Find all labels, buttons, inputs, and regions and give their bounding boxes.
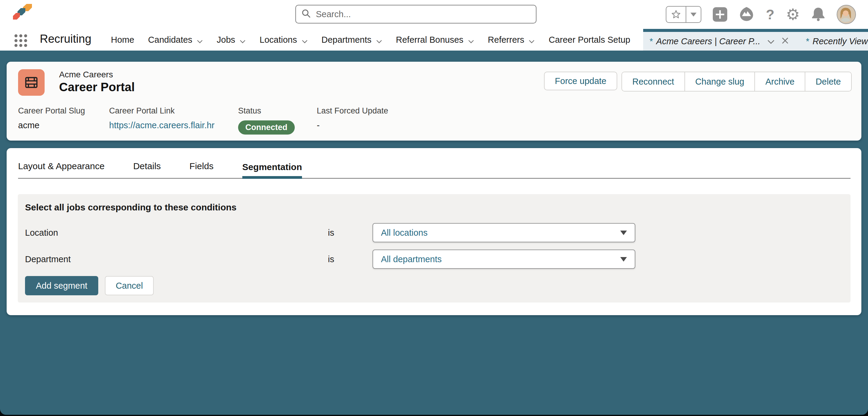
nav-item-career-portals-setup[interactable]: Career Portals Setup bbox=[549, 35, 630, 45]
chevron-down-icon[interactable] bbox=[376, 36, 382, 45]
flair-logo bbox=[11, 4, 40, 25]
chevron-down-icon[interactable] bbox=[197, 36, 203, 45]
app-navigation-bar: Recruiting Home Candidates Jobs Location… bbox=[0, 29, 868, 50]
nav-item-departments[interactable]: Departments bbox=[321, 34, 382, 45]
career-portal-link[interactable]: https://acme.careers.flair.hr bbox=[109, 120, 215, 130]
favorites-control[interactable] bbox=[666, 6, 701, 23]
select-caret-icon bbox=[620, 257, 627, 262]
global-search bbox=[296, 5, 536, 24]
force-update-button[interactable]: Force update bbox=[544, 72, 617, 90]
field-last-forced-update: Last Forced Update - bbox=[317, 106, 388, 130]
field-status: Status Connected bbox=[238, 106, 295, 135]
chevron-down-icon[interactable] bbox=[302, 36, 308, 45]
record-entity-label: Acme Careers bbox=[59, 70, 113, 79]
workspace-tab-active[interactable]: * Acme Careers | Career P... bbox=[649, 36, 789, 46]
location-select[interactable]: All locations bbox=[373, 223, 635, 242]
nav-item-jobs[interactable]: Jobs bbox=[217, 34, 246, 45]
change-slug-button[interactable]: Change slug bbox=[684, 72, 755, 91]
nav-item-referral-bonuses[interactable]: Referral Bonuses bbox=[396, 34, 474, 45]
user-avatar[interactable] bbox=[837, 5, 856, 24]
archive-button[interactable]: Archive bbox=[754, 72, 805, 91]
app-name: Recruiting bbox=[40, 33, 91, 45]
nav-item-referrers[interactable]: Referrers bbox=[488, 34, 535, 45]
workspace-tabstrip: * Acme Careers | Career P... * Recently … bbox=[643, 29, 868, 50]
nav-items: Home Candidates Jobs Locations Departmen… bbox=[111, 29, 630, 50]
tab-close-icon[interactable] bbox=[781, 36, 789, 46]
segmentation-heading: Select all jobs corresponding to these c… bbox=[25, 194, 843, 212]
app-launcher-icon[interactable] bbox=[14, 34, 27, 47]
notifications-bell-icon[interactable] bbox=[811, 7, 825, 22]
detail-tabs: Layout & Appearance Details Fields Segme… bbox=[18, 156, 850, 179]
search-icon bbox=[301, 9, 311, 20]
nav-item-home[interactable]: Home bbox=[111, 35, 134, 45]
favorites-caret-icon[interactable] bbox=[686, 7, 701, 22]
condition-row-location: Location is All locations bbox=[25, 223, 843, 242]
unsaved-indicator: * bbox=[806, 36, 809, 46]
search-input[interactable] bbox=[315, 9, 530, 20]
setup-gear-icon[interactable]: ⚙ bbox=[786, 7, 800, 22]
chevron-down-icon[interactable] bbox=[240, 36, 246, 45]
tab-fields[interactable]: Fields bbox=[190, 161, 214, 178]
select-caret-icon bbox=[620, 231, 627, 235]
unsaved-indicator: * bbox=[649, 36, 652, 46]
field-career-portal-link: Career Portal Link https://acme.careers.… bbox=[109, 106, 215, 130]
nav-item-candidates[interactable]: Candidates bbox=[148, 34, 203, 45]
tab-layout-appearance[interactable]: Layout & Appearance bbox=[18, 161, 104, 178]
tab-menu-chevron-icon[interactable] bbox=[767, 36, 775, 46]
segment-actions: Add segment Cancel bbox=[25, 276, 843, 295]
department-select[interactable]: All departments bbox=[373, 249, 635, 269]
record-header-card: Acme Careers Career Portal Force update … bbox=[7, 62, 861, 141]
workspace-tab-overflow[interactable]: * Recently Viewed bbox=[806, 36, 868, 46]
help-icon[interactable]: ? bbox=[766, 7, 774, 21]
add-segment-button[interactable]: Add segment bbox=[25, 276, 98, 295]
status-badge: Connected bbox=[238, 120, 295, 135]
record-actions: Force update Reconnect Change slug Archi… bbox=[544, 72, 852, 92]
cancel-button[interactable]: Cancel bbox=[105, 276, 154, 295]
field-career-portal-slug: Career Portal Slug acme bbox=[18, 106, 85, 130]
page-title: Career Portal bbox=[59, 80, 135, 94]
detail-card: Layout & Appearance Details Fields Segme… bbox=[7, 148, 861, 315]
workspace-tab-label: Acme Careers | Career P... bbox=[656, 36, 760, 46]
segmentation-panel: Select all jobs corresponding to these c… bbox=[18, 194, 850, 303]
workspace-tab-label: Recently Viewed bbox=[812, 36, 868, 46]
chevron-down-icon[interactable] bbox=[468, 36, 474, 45]
tab-segmentation[interactable]: Segmentation bbox=[242, 162, 302, 179]
favorites-star-icon[interactable] bbox=[666, 7, 686, 22]
guidance-trailhead-icon[interactable] bbox=[739, 6, 754, 23]
condition-row-department: Department is All departments bbox=[25, 249, 843, 269]
record-action-group: Reconnect Change slug Archive Delete bbox=[621, 72, 852, 92]
chevron-down-icon[interactable] bbox=[529, 36, 535, 45]
delete-button[interactable]: Delete bbox=[805, 72, 851, 91]
nav-item-locations[interactable]: Locations bbox=[259, 34, 307, 45]
global-add-icon[interactable] bbox=[713, 7, 727, 22]
career-portal-record-icon bbox=[18, 69, 44, 96]
reconnect-button[interactable]: Reconnect bbox=[622, 72, 684, 91]
app-window: ? ⚙ bbox=[0, 0, 868, 415]
tab-details[interactable]: Details bbox=[133, 161, 161, 178]
global-header: ? ⚙ bbox=[0, 0, 868, 29]
